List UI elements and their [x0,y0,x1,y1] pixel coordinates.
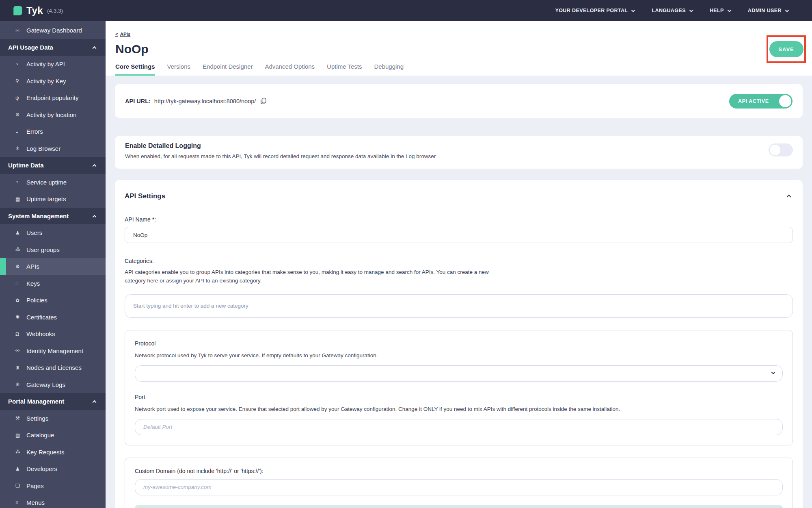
protocol-port-card: Protocol Network protocol used by Tyk to… [125,330,793,445]
categories-input[interactable] [125,294,793,318]
sidebar-item-user-groups[interactable]: ⁂ User groups [0,241,106,258]
sidebar-item-uptime-data[interactable]: Uptime Data [0,157,106,174]
sidebar-item-apis[interactable]: ⚙ APIs [0,258,106,275]
sidebar-item-activity-by-api[interactable]: ◔ Activity by API [0,56,106,73]
main-area: < APIs NoOp Core Settings Versions Endpo… [106,21,812,508]
protocol-select[interactable] [135,365,783,382]
user-group-icon: ⁂ [15,247,26,252]
sidebar-item-catalogue[interactable]: ▤ Catalogue [0,427,106,444]
topbar-menu-admin-user[interactable]: ADMIN USER [748,8,788,13]
tab-advanced-options[interactable]: Advanced Options [265,63,315,76]
sidebar-item-uptime-targets[interactable]: ▤ Uptime targets [0,191,106,208]
bug-icon: ✳ [15,145,26,151]
sidebar-item-service-uptime[interactable]: ◔ Service uptime [0,174,106,191]
collapse-section-button[interactable] [785,191,793,202]
toggle-knob [770,145,780,155]
targets-icon: ▤ [15,196,26,202]
brand-name: Tyk [26,5,43,16]
api-settings-title: API Settings [125,192,165,200]
tyk-leaf-icon [12,5,23,16]
sidebar-item-gateway-dashboard[interactable]: ⊡ Gateway Dashboard [0,22,106,39]
uptime-icon: ◔ [15,179,26,185]
custom-domain-card: Custom Domain (do not include 'http://' … [125,458,793,508]
policy-icon: ✿ [15,297,26,303]
api-name-input[interactable] [125,227,793,243]
detailed-logging-toggle[interactable] [769,143,793,156]
bell-icon: Ω [15,331,26,337]
pages-icon: ❏ [15,483,26,488]
sidebar-item-api-usage-data[interactable]: API Usage Data [0,39,106,56]
protocol-label: Protocol [135,340,783,347]
categories-description: API categories enable you to group APIs … [125,268,508,285]
sidebar-item-policies[interactable]: ✿ Policies [0,292,106,309]
save-annotation-box: SAVE [767,35,806,63]
certificate-icon: ✺ [15,314,26,320]
tab-uptime-tests[interactable]: Uptime Tests [327,63,362,76]
logs-bug-icon: ✳ [15,382,26,387]
port-description: Network port used to expose your service… [135,405,783,414]
domain-info-box: Multiple APIs can share the same domain,… [135,505,783,508]
sidebar-item-webhooks[interactable]: Ω Webhooks [0,326,106,343]
chevron-down-icon [785,8,789,12]
breadcrumb-label: APIs [120,32,131,37]
sidebar-item-portal-management[interactable]: Portal Management [0,393,106,410]
tab-core-settings[interactable]: Core Settings [115,63,155,76]
sidebar-item-certificates[interactable]: ✺ Certificates [0,309,106,326]
pie-chart-icon: ◔ [15,61,26,67]
wrench-icon: ⚒ [15,415,26,421]
chevron-down-icon [689,8,693,12]
paw-icon: ⁂ [15,449,26,455]
sidebar-item-menus[interactable]: ≡ Menus [0,494,106,508]
toggle-knob [779,95,791,107]
tab-debugging[interactable]: Debugging [374,63,404,76]
sidebar-item-activity-by-key[interactable]: ⚲ Activity by Key [0,73,106,90]
breadcrumb-back-link[interactable]: < APIs [115,32,130,37]
sidebar-item-log-browser[interactable]: ✳ Log Browser [0,140,106,157]
back-chevron-icon: < [115,32,118,37]
key-icon: ⚲ [15,78,26,84]
topbar-menu-help[interactable]: HELP [710,8,731,13]
port-label: Port [135,394,783,400]
tab-versions[interactable]: Versions [167,63,191,76]
sidebar-item-activity-by-location[interactable]: ⊕ Activity by location [0,106,106,124]
sidebar-nav: ⊡ Gateway Dashboard API Usage Data ◔ Act… [0,21,106,508]
sidebar-item-settings[interactable]: ⚒ Settings [0,410,106,427]
tab-bar: Core Settings Versions Endpoint Designer… [115,63,404,76]
sidebar-item-gateway-logs[interactable]: ✳ Gateway Logs [0,376,106,393]
sidebar-item-keys[interactable]: ∴ Keys [0,275,106,292]
api-active-label: API ACTIVE [738,98,769,104]
sidebar-item-endpoint-popularity[interactable]: ψ Endpoint popularity [0,89,106,106]
page-title: NoOp [115,42,802,56]
api-active-toggle[interactable]: API ACTIVE [729,94,793,109]
sidebar-item-pages[interactable]: ❏ Pages [0,478,106,495]
bank-icon: ♜ [15,365,26,371]
topbar-menu-languages[interactable]: LANGUAGES [652,8,692,13]
sidebar-item-key-requests[interactable]: ⁂ Key Requests [0,444,106,461]
sidebar-item-developers[interactable]: ♟ Developers [0,460,106,478]
custom-domain-label: Custom Domain (do not include 'http://' … [135,468,783,474]
version-label: (4.3.3) [47,8,63,14]
chevron-up-icon [93,215,97,219]
page-header: < APIs NoOp Core Settings Versions Endpo… [106,21,812,76]
developers-icon: ♟ [15,466,26,472]
top-bar: Tyk (4.3.3) YOUR DEVELOPER PORTAL LANGUA… [0,0,812,21]
tab-endpoint-designer[interactable]: Endpoint Designer [203,63,253,76]
tyk-logo[interactable]: Tyk [12,5,43,16]
sidebar-item-users[interactable]: ♟ Users [0,224,106,241]
sidebar-item-system-management[interactable]: System Management [0,208,106,225]
sidebar-item-errors[interactable]: ◒ Errors [0,123,106,140]
sidebar-item-identity-management[interactable]: ⚯ Identity Management [0,343,106,360]
save-button[interactable]: SAVE [769,41,803,57]
sidebar-item-nodes-and-licenses[interactable]: ♜ Nodes and Licenses [0,359,106,376]
port-input[interactable] [135,419,783,435]
copy-icon[interactable] [260,98,267,104]
protocol-description: Network protocol used by Tyk to serve yo… [135,352,783,360]
chevron-up-icon [93,164,97,168]
error-icon: ◒ [15,129,26,135]
api-name-label: API Name *: [125,216,793,223]
chevron-up-icon [786,195,791,199]
api-settings-card: API Settings API Name *: Categories: API… [115,180,803,508]
topbar-menu-your-developer-portal[interactable]: YOUR DEVELOPER PORTAL [555,8,635,13]
custom-domain-input[interactable] [135,479,783,495]
monitor-icon: ⊡ [15,28,26,33]
